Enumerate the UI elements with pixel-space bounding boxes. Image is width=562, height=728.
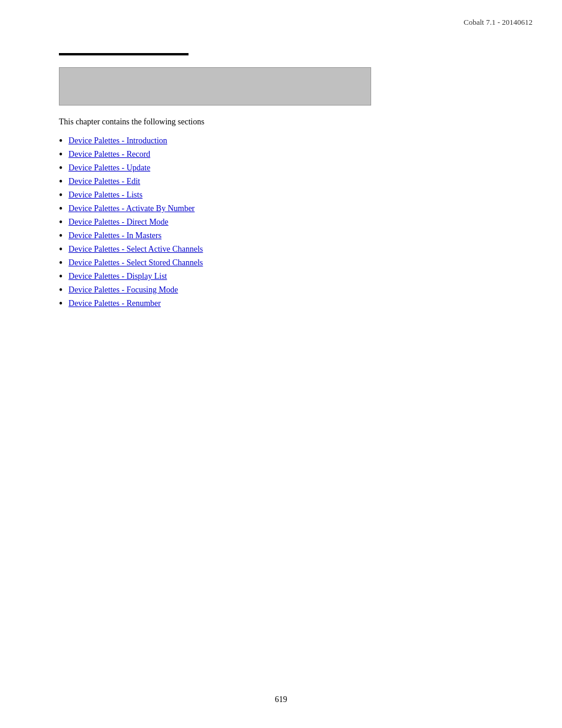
bullet-icon: • bbox=[59, 258, 62, 268]
intro-text: This chapter contains the following sect… bbox=[59, 117, 515, 127]
toc-link-edit[interactable]: Device Palettes - Edit bbox=[68, 177, 140, 186]
toc-link-select-stored-channels[interactable]: Device Palettes - Select Stored Channels bbox=[68, 258, 203, 268]
toc-item-display-list: •Device Palettes - Display List bbox=[59, 272, 515, 282]
toc-link-direct-mode[interactable]: Device Palettes - Direct Mode bbox=[68, 218, 168, 227]
toc-item-renumber: •Device Palettes - Renumber bbox=[59, 299, 515, 309]
chapter-title-box bbox=[59, 67, 371, 106]
bullet-icon: • bbox=[59, 176, 62, 187]
toc-item-in-masters: •Device Palettes - In Masters bbox=[59, 231, 515, 241]
toc-link-update[interactable]: Device Palettes - Update bbox=[68, 163, 150, 173]
bullet-icon: • bbox=[59, 244, 62, 255]
toc-item-edit: •Device Palettes - Edit bbox=[59, 177, 515, 187]
bullet-icon: • bbox=[59, 230, 62, 241]
bullet-icon: • bbox=[59, 203, 62, 214]
toc-list: •Device Palettes - Introduction•Device P… bbox=[59, 136, 515, 309]
toc-link-display-list[interactable]: Device Palettes - Display List bbox=[68, 272, 167, 281]
toc-link-activate-by-number[interactable]: Device Palettes - Activate By Number bbox=[68, 204, 194, 213]
toc-link-introduction[interactable]: Device Palettes - Introduction bbox=[68, 136, 167, 146]
toc-item-focusing-mode: •Device Palettes - Focusing Mode bbox=[59, 285, 515, 295]
toc-item-record: •Device Palettes - Record bbox=[59, 150, 515, 160]
toc-link-renumber[interactable]: Device Palettes - Renumber bbox=[68, 299, 161, 308]
bullet-icon: • bbox=[59, 217, 62, 228]
bullet-icon: • bbox=[59, 136, 62, 146]
toc-item-select-active-channels: •Device Palettes - Select Active Channel… bbox=[59, 245, 515, 255]
toc-link-lists[interactable]: Device Palettes - Lists bbox=[68, 190, 143, 200]
toc-link-select-active-channels[interactable]: Device Palettes - Select Active Channels bbox=[68, 245, 203, 254]
chapter-title-bar bbox=[59, 53, 189, 55]
toc-link-in-masters[interactable]: Device Palettes - In Masters bbox=[68, 231, 161, 241]
toc-item-direct-mode: •Device Palettes - Direct Mode bbox=[59, 218, 515, 228]
page-number: 619 bbox=[275, 695, 287, 704]
toc-item-update: •Device Palettes - Update bbox=[59, 163, 515, 173]
page-content: This chapter contains the following sect… bbox=[59, 53, 515, 312]
bullet-icon: • bbox=[59, 190, 62, 200]
toc-item-select-stored-channels: •Device Palettes - Select Stored Channel… bbox=[59, 258, 515, 268]
bullet-icon: • bbox=[59, 271, 62, 282]
bullet-icon: • bbox=[59, 285, 62, 295]
bullet-icon: • bbox=[59, 149, 62, 160]
toc-item-introduction: •Device Palettes - Introduction bbox=[59, 136, 515, 146]
bullet-icon: • bbox=[59, 163, 62, 173]
toc-link-record[interactable]: Device Palettes - Record bbox=[68, 150, 150, 159]
toc-item-activate-by-number: •Device Palettes - Activate By Number bbox=[59, 204, 515, 214]
toc-link-focusing-mode[interactable]: Device Palettes - Focusing Mode bbox=[68, 285, 178, 295]
bullet-icon: • bbox=[59, 298, 62, 309]
version-label: Cobalt 7.1 - 20140612 bbox=[464, 18, 533, 27]
toc-item-lists: •Device Palettes - Lists bbox=[59, 190, 515, 200]
